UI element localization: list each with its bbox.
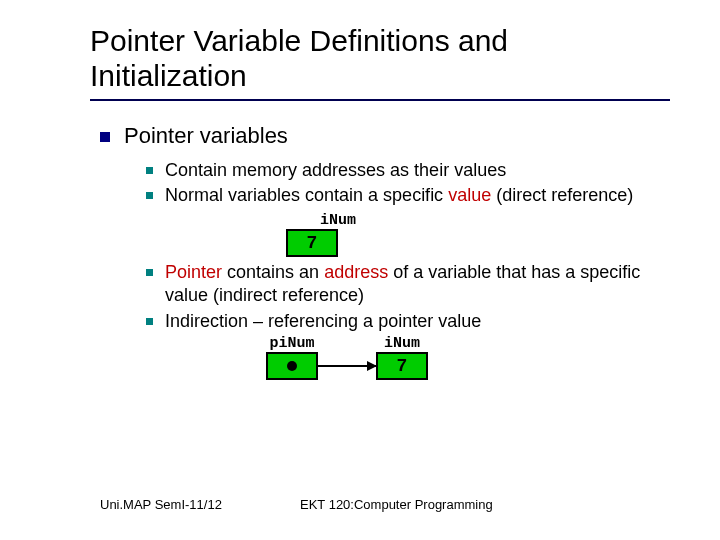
direct-reference-diagram: iNum 7 xyxy=(286,212,670,257)
slide-title: Pointer Variable Definitions and Initial… xyxy=(90,24,670,101)
square-bullet-icon xyxy=(100,132,110,142)
variable-label: iNum xyxy=(384,335,420,352)
text-fragment: contains an xyxy=(222,262,324,282)
square-bullet-icon xyxy=(146,192,153,199)
square-bullet-icon xyxy=(146,167,153,174)
lvl2-text: Pointer contains an address of a variabl… xyxy=(165,261,670,308)
footer-left: Uni.MAP SemI-11/12 xyxy=(100,497,300,512)
highlight-text: Pointer xyxy=(165,262,222,282)
text-fragment: Normal variables xyxy=(165,185,300,205)
pointer-dot-icon xyxy=(287,361,297,371)
footer-right: EKT 120:Computer Programming xyxy=(300,497,660,512)
lvl1-text: Pointer variables xyxy=(124,123,288,149)
indirect-reference-diagram: piNum iNum 7 xyxy=(266,335,670,380)
bullet-level2: Pointer contains an address of a variabl… xyxy=(146,261,670,308)
square-bullet-icon xyxy=(146,318,153,325)
lvl2-text: Normal variables contain a specific valu… xyxy=(165,184,633,207)
pointer-box xyxy=(266,352,318,380)
slide-footer: Uni.MAP SemI-11/12 EKT 120:Computer Prog… xyxy=(100,497,660,512)
value-box: 7 xyxy=(286,229,338,257)
square-bullet-icon xyxy=(146,269,153,276)
text-fragment: contain a specific xyxy=(300,185,448,205)
variable-label: iNum xyxy=(320,212,670,229)
bullet-level2: Contain memory addresses as their values xyxy=(146,159,670,182)
text-fragment: (direct reference) xyxy=(491,185,633,205)
highlight-text: address xyxy=(324,262,388,282)
arrow-icon xyxy=(318,365,376,367)
lvl2-text: Contain memory addresses as their values xyxy=(165,159,506,182)
value-box: 7 xyxy=(376,352,428,380)
bullet-level2: Indirection – referencing a pointer valu… xyxy=(146,310,670,333)
bullet-level1: Pointer variables xyxy=(100,123,670,149)
bullet-level2: Normal variables contain a specific valu… xyxy=(146,184,670,207)
lvl2-text: Indirection – referencing a pointer valu… xyxy=(165,310,481,333)
pointer-label: piNum xyxy=(269,335,314,352)
highlight-text: value xyxy=(448,185,491,205)
